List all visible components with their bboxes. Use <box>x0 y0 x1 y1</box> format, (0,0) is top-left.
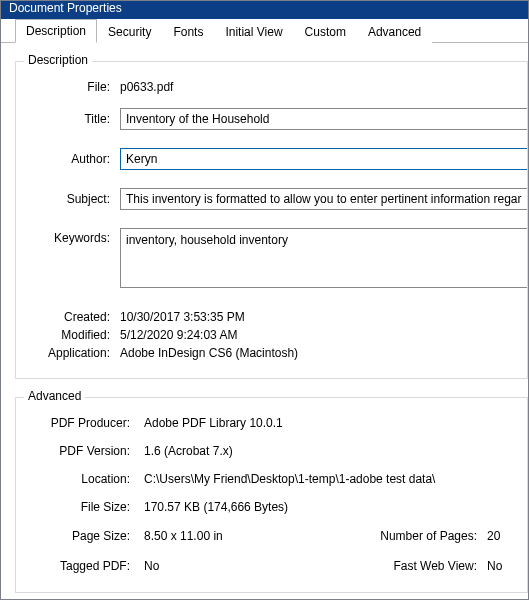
keywords-input[interactable] <box>120 228 527 288</box>
titlebar: Document Properties <box>1 1 528 19</box>
tabstrip: Description Security Fonts Initial View … <box>1 19 528 43</box>
subject-label: Subject: <box>16 192 120 206</box>
tab-advanced[interactable]: Advanced <box>357 20 432 43</box>
file-value: p0633.pdf <box>120 80 527 94</box>
location-value: C:\Users\My Friend\Desktop\1-temp\1-adob… <box>140 472 527 486</box>
modified-value: 5/12/2020 9:24:03 AM <box>120 328 527 342</box>
author-label: Author: <box>16 152 120 166</box>
tab-custom[interactable]: Custom <box>294 20 357 43</box>
number-of-pages-label: Number of Pages: <box>337 529 487 543</box>
modified-label: Modified: <box>16 328 120 342</box>
tab-initial-view[interactable]: Initial View <box>214 20 293 43</box>
location-label: Location: <box>16 472 140 486</box>
subject-input[interactable] <box>120 188 527 210</box>
created-label: Created: <box>16 310 120 324</box>
application-value: Adobe InDesign CS6 (Macintosh) <box>120 346 527 360</box>
pdf-version-label: PDF Version: <box>16 444 140 458</box>
tab-security[interactable]: Security <box>97 20 162 43</box>
created-value: 10/30/2017 3:53:35 PM <box>120 310 527 324</box>
fast-web-view-label: Fast Web View: <box>337 559 487 573</box>
pdf-producer-value: Adobe PDF Library 10.0.1 <box>140 416 527 430</box>
window-title: Document Properties <box>9 1 122 15</box>
tab-description[interactable]: Description <box>15 19 97 43</box>
application-label: Application: <box>16 346 120 360</box>
keywords-label: Keywords: <box>16 228 120 245</box>
description-group: Description File: p0633.pdf Title: Autho… <box>15 61 528 379</box>
document-properties-window: Document Properties Description Security… <box>0 0 529 600</box>
pdf-producer-label: PDF Producer: <box>16 416 140 430</box>
advanced-group: Advanced PDF Producer: Adobe PDF Library… <box>15 397 528 593</box>
description-group-title: Description <box>24 53 92 67</box>
file-label: File: <box>16 80 120 94</box>
advanced-group-title: Advanced <box>24 389 85 403</box>
number-of-pages-value: 20 <box>487 529 527 543</box>
file-size-label: File Size: <box>16 500 140 514</box>
pdf-version-value: 1.6 (Acrobat 7.x) <box>140 444 527 458</box>
content-area: Description Security Fonts Initial View … <box>1 19 528 593</box>
tab-body: Description File: p0633.pdf Title: Autho… <box>1 43 528 593</box>
tagged-pdf-value: No <box>140 559 337 573</box>
page-size-value: 8.50 x 11.00 in <box>140 529 337 543</box>
page-size-label: Page Size: <box>16 529 140 543</box>
title-label: Title: <box>16 112 120 126</box>
tab-fonts[interactable]: Fonts <box>162 20 214 43</box>
fast-web-view-value: No <box>487 559 527 573</box>
tagged-pdf-label: Tagged PDF: <box>16 559 140 573</box>
file-size-value: 170.57 KB (174,666 Bytes) <box>140 500 527 514</box>
title-input[interactable] <box>120 108 527 130</box>
author-input[interactable] <box>120 148 527 170</box>
